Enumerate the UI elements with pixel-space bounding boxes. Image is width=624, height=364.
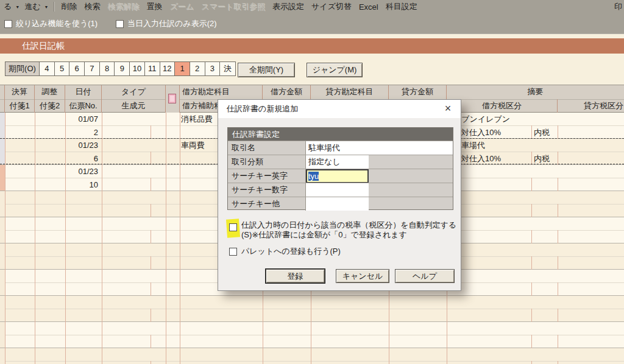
auto-tax-checkbox[interactable] — [229, 223, 237, 231]
toolbar-account-settings[interactable]: 科目設定 — [386, 1, 417, 12]
search-key-num-field[interactable] — [306, 183, 369, 197]
date-cell[interactable] — [65, 243, 98, 256]
toolbar-replace[interactable]: 置換 — [147, 1, 163, 12]
grid-subline — [558, 204, 558, 217]
tax-mode-cell[interactable] — [533, 362, 557, 364]
summary-cell[interactable] — [447, 191, 624, 204]
today-checkbox-wrap[interactable]: 当日入力仕訳のみ表示(2) — [116, 18, 217, 29]
tax-mode-cell[interactable]: 内税 — [533, 126, 557, 139]
jump-button[interactable]: ジャンプ(M) — [307, 63, 363, 77]
period-month-closing[interactable]: 決 — [220, 62, 235, 75]
tax-mode-cell[interactable]: 内税 — [533, 152, 557, 165]
slip-no-cell[interactable] — [65, 257, 98, 270]
filter-checkbox[interactable] — [4, 20, 12, 28]
slip-no-cell[interactable] — [65, 335, 98, 348]
slip-no-cell[interactable]: 10 — [65, 178, 98, 191]
filter-checkbox-wrap[interactable]: 絞り込み機能を使う(1) — [4, 18, 98, 29]
debit-tax-cell[interactable] — [447, 309, 531, 322]
date-cell[interactable] — [65, 322, 98, 335]
debit-account-cell[interactable] — [181, 296, 261, 309]
forward-button[interactable]: 進む ▼ — [21, 1, 49, 12]
date-cell[interactable] — [65, 191, 98, 204]
toolbar-delete[interactable]: 削除 — [62, 1, 77, 12]
transaction-name-field[interactable]: 駐車場代 — [306, 141, 453, 155]
slip-no-cell[interactable] — [65, 205, 98, 217]
tax-mode-cell[interactable] — [533, 178, 557, 191]
transaction-category-field[interactable]: 指定なし — [306, 155, 369, 169]
summary-cell[interactable] — [447, 348, 624, 361]
period-month-11[interactable]: 11 — [145, 62, 160, 75]
toolbar-display-settings[interactable]: 表示設定 — [272, 1, 304, 12]
period-month-7[interactable]: 7 — [85, 62, 100, 75]
debit-tax-cell[interactable] — [447, 362, 531, 364]
today-only-checkbox[interactable] — [116, 20, 124, 28]
slip-no-cell[interactable] — [65, 362, 98, 364]
all-period-button[interactable]: 全期間(Y) — [238, 63, 295, 77]
tax-mode-cell[interactable] — [533, 231, 557, 243]
summary-cell[interactable] — [447, 322, 624, 335]
palette-checkbox[interactable] — [229, 248, 237, 256]
period-month-4[interactable]: 4 — [40, 62, 55, 75]
header-margin — [0, 85, 5, 99]
search-key-other-field[interactable] — [306, 197, 369, 211]
summary-cell[interactable]: 駐車場代 — [447, 139, 624, 152]
date-cell[interactable]: 01/07 — [65, 113, 98, 125]
debit-account-cell[interactable] — [181, 322, 261, 335]
date-cell[interactable] — [65, 296, 98, 309]
period-month-9[interactable]: 9 — [115, 62, 130, 75]
toolbar-smart-ref[interactable]: スマート取引参照 — [201, 1, 265, 12]
summary-cell[interactable]: セブンイレブン — [447, 113, 624, 125]
toolbar-print[interactable]: 印 — [614, 0, 622, 13]
close-icon[interactable]: × — [440, 100, 456, 118]
date-cell[interactable] — [65, 270, 98, 282]
period-month-6[interactable]: 6 — [69, 62, 85, 75]
dialog-titlebar[interactable]: 仕訳辞書の新規追加 × — [218, 100, 461, 118]
tax-mode-cell[interactable] — [533, 257, 557, 270]
toolbar-search[interactable]: 検索 — [85, 1, 101, 12]
slip-no-cell[interactable]: 2 — [65, 126, 98, 139]
toolbar-zoom[interactable]: ズーム — [170, 1, 194, 12]
grid-subline — [151, 309, 151, 322]
register-button[interactable]: 登録 — [266, 269, 325, 283]
period-month-5[interactable]: 5 — [55, 62, 70, 75]
toolbar-size-switch[interactable]: サイズ切替 — [311, 1, 352, 12]
tax-mode-cell[interactable] — [533, 205, 557, 217]
tax-mode-cell[interactable] — [533, 309, 557, 322]
period-month-1-selected[interactable]: 1 — [175, 62, 190, 75]
help-button[interactable]: ヘルプ — [395, 269, 455, 283]
toolbar-search-clear[interactable]: 検索解除 — [108, 1, 140, 12]
back-button[interactable]: る ▼ — [0, 1, 21, 12]
date-cell[interactable]: 01/23 — [65, 165, 98, 178]
transaction-category-label: 取引分類 — [228, 155, 306, 169]
back-dropdown-icon[interactable]: ▼ — [15, 5, 20, 9]
header-credit-amount: 貸方金額 — [389, 85, 447, 99]
date-cell[interactable] — [65, 217, 98, 230]
forward-dropdown-icon[interactable]: ▼ — [44, 5, 49, 9]
summary-cell[interactable] — [447, 243, 624, 256]
date-cell[interactable] — [65, 348, 98, 361]
tax-mode-cell[interactable] — [533, 283, 557, 296]
period-month-12[interactable]: 12 — [160, 62, 176, 75]
period-month-3[interactable]: 3 — [205, 62, 221, 75]
period-month-2[interactable]: 2 — [190, 62, 205, 75]
summary-cell[interactable] — [447, 217, 624, 230]
summary-cell[interactable] — [447, 270, 624, 282]
slip-no-cell[interactable] — [65, 309, 98, 322]
period-month-8[interactable]: 8 — [100, 62, 115, 75]
search-key-alpha-input[interactable]: tyu — [306, 169, 369, 183]
summary-cell[interactable] — [447, 296, 624, 309]
debit-tax-cell[interactable] — [447, 335, 531, 348]
debit-account-cell[interactable] — [181, 348, 261, 361]
cancel-button[interactable]: キャンセル — [336, 269, 389, 283]
slip-no-cell[interactable] — [65, 231, 98, 243]
period-month-10[interactable]: 10 — [130, 62, 145, 75]
slip-no-cell[interactable]: 6 — [65, 152, 98, 165]
journal-entry[interactable] — [0, 322, 624, 348]
summary-cell[interactable] — [447, 165, 624, 178]
toolbar-excel[interactable]: Excel — [359, 2, 378, 12]
tax-mode-cell[interactable] — [533, 335, 557, 348]
slip-no-cell[interactable] — [65, 283, 98, 296]
journal-entry[interactable] — [0, 296, 624, 322]
journal-entry[interactable] — [0, 348, 624, 364]
date-cell[interactable]: 01/23 — [65, 139, 98, 152]
